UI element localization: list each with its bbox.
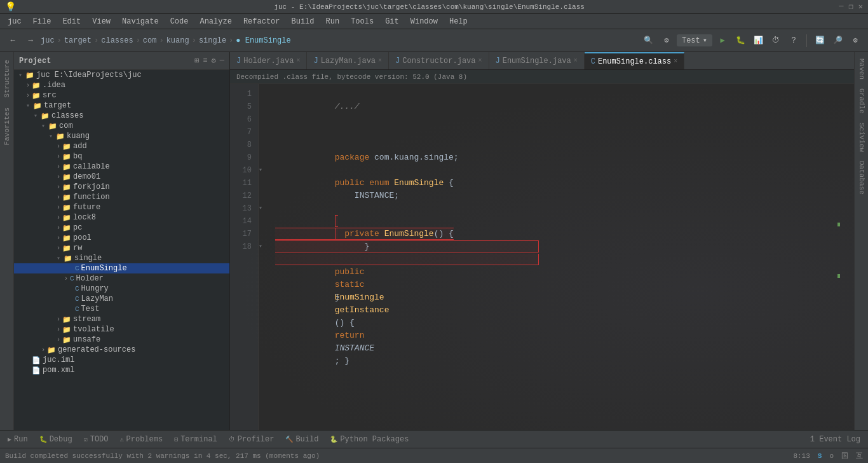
crumb-single[interactable]: single — [199, 36, 226, 45]
maximize-button[interactable]: ❐ — [849, 2, 853, 11]
collapse-14[interactable]: ▾ — [259, 240, 268, 253]
crumb-target[interactable]: target — [64, 36, 92, 45]
tree-stream[interactable]: › 📁 stream — [14, 314, 229, 324]
collapse-11[interactable]: ▾ — [259, 202, 268, 215]
panel-close-icon[interactable]: — — [220, 56, 224, 66]
tree-enumsingle[interactable]: C EnumSingle — [14, 263, 229, 273]
tree-idea[interactable]: › 📁 .idea — [14, 80, 229, 90]
gradle-tab[interactable]: Gradle — [856, 85, 867, 118]
run-tab[interactable]: ▶ Run — [3, 434, 33, 445]
menu-help[interactable]: Help — [444, 16, 473, 27]
tree-target[interactable]: ▾ 📁 target — [14, 100, 229, 111]
debug-tab[interactable]: 🐛 Debug — [34, 434, 78, 445]
menu-juc[interactable]: juc — [3, 16, 27, 27]
menu-code[interactable]: Code — [165, 16, 194, 27]
crumb-classes[interactable]: classes — [101, 36, 133, 45]
settings-button[interactable]: ⚙ — [659, 33, 674, 48]
tree-kuang[interactable]: ▾ 📁 kuang — [14, 131, 229, 141]
tab-close-holder[interactable]: × — [296, 57, 300, 64]
tree-future[interactable]: › 📁 future — [14, 202, 229, 212]
tree-pool[interactable]: › 📁 pool — [14, 233, 229, 243]
menu-git[interactable]: Git — [380, 16, 404, 27]
tab-close-enumsingle-java[interactable]: × — [574, 57, 578, 64]
search-button[interactable]: 🔎 — [830, 33, 845, 48]
tab-close-lazyman[interactable]: × — [378, 57, 382, 64]
code-area[interactable]: ▾ ▾ ▾ /.../ — [259, 84, 854, 430]
todo-tab[interactable]: ☑ TODO — [79, 434, 114, 445]
tab-close-enumsingle-class[interactable]: × — [674, 58, 677, 65]
tree-rw[interactable]: › 📁 rw — [14, 243, 229, 253]
back-button[interactable]: ← — [5, 33, 20, 48]
tree-demo01[interactable]: › 📁 demo01 — [14, 172, 229, 182]
minimize-button[interactable]: — — [839, 2, 843, 11]
event-log-tab[interactable]: 1 Event Log — [805, 434, 865, 445]
menu-window[interactable]: Window — [405, 16, 443, 27]
tab-lazyman-java[interactable]: J LazyMan.java × — [307, 52, 389, 69]
tree-bq[interactable]: › 📁 bq — [14, 151, 229, 162]
tree-add[interactable]: › 📁 add — [14, 141, 229, 151]
expand-all-icon[interactable]: ⊞ — [194, 56, 199, 66]
profile-button[interactable]: ⏱ — [768, 33, 783, 48]
menu-file[interactable]: File — [28, 16, 57, 27]
collapse-8[interactable]: ▾ — [259, 164, 268, 177]
close-button[interactable]: ✕ — [858, 2, 863, 11]
tree-function[interactable]: › 📁 function — [14, 192, 229, 202]
coverage-button[interactable]: 📊 — [750, 33, 766, 48]
editor-content[interactable]: 1 5 6 7 8 9 10 11 12 13 14 17 18 — [230, 84, 854, 430]
tree-test[interactable]: C Test — [14, 304, 229, 314]
tree-callable[interactable]: › 📁 callable — [14, 162, 229, 172]
tree-classes[interactable]: ▾ 📁 classes — [14, 111, 229, 121]
run-config-arrow[interactable]: ▾ — [703, 36, 707, 45]
menu-navigate[interactable]: Navigate — [117, 16, 164, 27]
terminal-tab[interactable]: ⊡ Terminal — [169, 434, 222, 445]
update-button[interactable]: 🔄 — [812, 33, 827, 48]
tab-enumsingle-java[interactable]: J EnumSingle.java × — [489, 52, 585, 69]
run-button[interactable]: ▶ — [715, 33, 730, 48]
panel-gear-icon[interactable]: ⚙ — [212, 56, 216, 66]
crumb-com[interactable]: com — [143, 36, 157, 45]
menu-build[interactable]: Build — [287, 16, 320, 27]
tab-constructor-java[interactable]: J Constructor.java × — [389, 52, 489, 69]
database-tab[interactable]: Database — [856, 157, 867, 198]
menu-run[interactable]: Run — [321, 16, 345, 27]
window-controls[interactable]: — ❐ ✕ — [839, 2, 863, 11]
tree-single[interactable]: ▾ 📁 single — [14, 253, 229, 263]
crumb-enumsingle[interactable]: ● EnumSingle — [236, 36, 290, 45]
menu-refactor[interactable]: Refactor — [238, 16, 285, 27]
menu-analyze[interactable]: Analyze — [194, 16, 236, 27]
crumb-kuang[interactable]: kuang — [166, 36, 189, 45]
forward-button[interactable]: → — [23, 33, 38, 48]
menu-tools[interactable]: Tools — [346, 16, 379, 27]
python-packages-tab[interactable]: 🐍 Python Packages — [325, 434, 414, 445]
menu-view[interactable]: View — [87, 16, 116, 27]
tree-generated-sources[interactable]: › 📁 generated-sources — [14, 345, 229, 355]
tab-holder-java[interactable]: J Holder.java × — [230, 52, 307, 69]
help-button[interactable]: ? — [786, 33, 801, 48]
tree-src[interactable]: › 📁 src — [14, 90, 229, 100]
build-tab[interactable]: 🔨 Build — [280, 434, 323, 445]
menu-edit[interactable]: Edit — [57, 16, 86, 27]
more-settings-button[interactable]: ⚙ — [848, 33, 863, 48]
tree-holder[interactable]: › C Holder — [14, 273, 229, 284]
tree-unsafe[interactable]: › 📁 unsafe — [14, 335, 229, 345]
collapse-all-icon[interactable]: ≡ — [203, 56, 207, 66]
sciview-tab[interactable]: SciView — [856, 119, 867, 156]
debug-button[interactable]: 🐛 — [733, 33, 748, 48]
tree-pom-xml[interactable]: 📄 pom.xml — [14, 365, 229, 375]
tab-enumsingle-class[interactable]: C EnumSingle.class × — [585, 52, 684, 69]
tree-com[interactable]: ▾ 📁 com — [14, 121, 229, 131]
tree-hungry[interactable]: C Hungry — [14, 284, 229, 294]
tree-forkjoin[interactable]: › 📁 forkjoin — [14, 182, 229, 192]
tree-juc-iml[interactable]: 📄 juc.iml — [14, 355, 229, 365]
problems-tab[interactable]: ⚠ Problems — [115, 434, 168, 445]
crumb-juc[interactable]: juc — [41, 36, 55, 45]
favorites-tab[interactable]: Favorites — [1, 102, 13, 150]
tree-tvolatile[interactable]: › 📁 tvolatile — [14, 324, 229, 335]
tree-pc[interactable]: › 📁 pc — [14, 223, 229, 233]
run-config[interactable]: Test ▾ — [677, 34, 712, 46]
tree-lock8[interactable]: › 📁 lock8 — [14, 212, 229, 223]
tree-lazyman[interactable]: C LazyMan — [14, 294, 229, 304]
structure-tab[interactable]: Structure — [1, 55, 13, 102]
search-everywhere-button[interactable]: 🔍 — [641, 33, 656, 48]
profiler-tab[interactable]: ⏱ Profiler — [224, 434, 280, 445]
